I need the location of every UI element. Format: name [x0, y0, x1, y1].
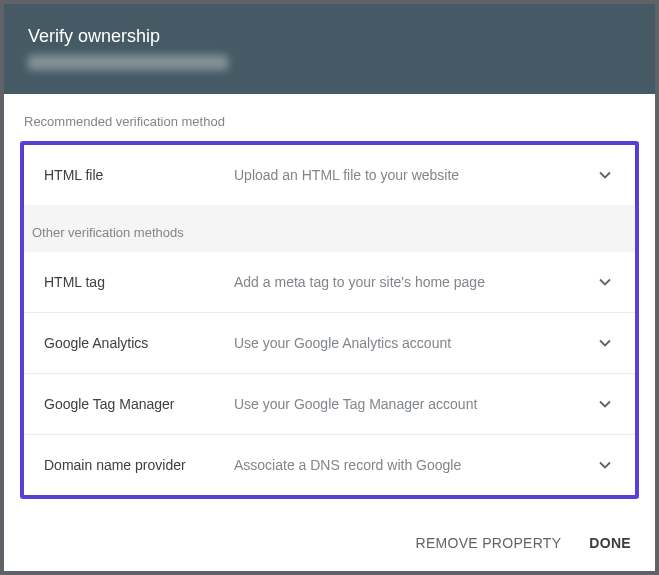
method-name: HTML tag [44, 274, 234, 290]
method-desc: Use your Google Analytics account [234, 335, 595, 351]
method-name: Google Analytics [44, 335, 234, 351]
method-name: HTML file [44, 167, 234, 183]
chevron-down-icon [595, 394, 615, 414]
method-desc: Upload an HTML file to your website [234, 167, 595, 183]
chevron-down-icon [595, 165, 615, 185]
method-desc: Add a meta tag to your site's home page [234, 274, 595, 290]
method-html-file[interactable]: HTML file Upload an HTML file to your we… [24, 145, 635, 205]
recommended-section-label: Recommended verification method [24, 114, 639, 129]
method-name: Google Tag Manager [44, 396, 234, 412]
chevron-down-icon [595, 455, 615, 475]
dialog-footer: REMOVE PROPERTY DONE [4, 515, 655, 571]
verify-ownership-dialog: Verify ownership Recommended verificatio… [4, 4, 655, 571]
dialog-subtitle [28, 55, 228, 70]
remove-property-button[interactable]: REMOVE PROPERTY [414, 527, 564, 559]
other-section-label: Other verification methods [24, 205, 635, 252]
dialog-header: Verify ownership [4, 4, 655, 94]
chevron-down-icon [595, 333, 615, 353]
done-button[interactable]: DONE [587, 527, 633, 559]
chevron-down-icon [595, 272, 615, 292]
method-google-tag-manager[interactable]: Google Tag Manager Use your Google Tag M… [24, 374, 635, 435]
verification-methods-highlight: HTML file Upload an HTML file to your we… [20, 141, 639, 499]
method-name: Domain name provider [44, 457, 234, 473]
method-html-tag[interactable]: HTML tag Add a meta tag to your site's h… [24, 252, 635, 313]
method-domain-provider[interactable]: Domain name provider Associate a DNS rec… [24, 435, 635, 495]
method-google-analytics[interactable]: Google Analytics Use your Google Analyti… [24, 313, 635, 374]
dialog-title: Verify ownership [28, 26, 631, 47]
dialog-content: Recommended verification method HTML fil… [4, 94, 655, 515]
method-desc: Associate a DNS record with Google [234, 457, 595, 473]
method-desc: Use your Google Tag Manager account [234, 396, 595, 412]
